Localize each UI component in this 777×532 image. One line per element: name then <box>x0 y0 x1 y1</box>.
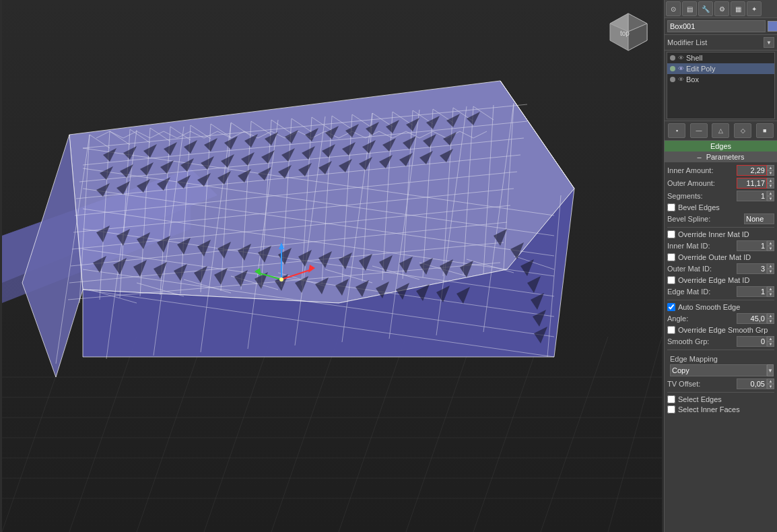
outer-mat-id-input[interactable] <box>737 263 767 274</box>
divider-1 <box>667 227 774 228</box>
edge-mapping-label: Edge Mapping <box>667 353 774 364</box>
modifier-item-shell[interactable]: 👁 Shell <box>667 53 774 63</box>
tv-offset-up[interactable]: ▲ <box>767 378 774 384</box>
modifier-list-label: Modifier List <box>667 38 764 46</box>
toolbar-icon-2[interactable]: ▤ <box>682 1 697 16</box>
outer-amount-row: Outer Amount: ▲ ▼ <box>667 178 774 189</box>
bevel-spline-input[interactable] <box>744 213 774 224</box>
outer-amount-up[interactable]: ▲ <box>767 178 774 183</box>
toolbar-icon-6[interactable]: ✦ <box>747 1 762 16</box>
edge-mapping-arrow[interactable]: ▼ <box>767 364 774 376</box>
angle-down[interactable]: ▼ <box>767 319 774 324</box>
inner-mat-id-row: Inner Mat ID: ▲ ▼ <box>667 240 774 251</box>
angle-input[interactable] <box>737 313 767 324</box>
sub-obj-polygon[interactable]: ◇ <box>734 123 751 138</box>
toolbar-icon-5[interactable]: ▦ <box>731 1 745 16</box>
segments-row: Segments: ▲ ▼ <box>667 191 774 201</box>
inner-amount-arrows: ▲ ▼ <box>767 165 774 176</box>
inner-amount-label: Inner Amount: <box>667 166 737 174</box>
override-inner-mat-label: Override Inner Mat ID <box>678 230 749 238</box>
segments-up[interactable]: ▲ <box>767 191 774 196</box>
divider-2 <box>667 300 774 300</box>
smooth-grp-label: Smooth Grp: <box>667 337 737 345</box>
select-inner-faces-label: Select Inner Faces <box>678 405 740 413</box>
edges-section-header[interactable]: Edges <box>665 141 777 152</box>
outer-amount-arrows: ▲ ▼ <box>767 178 774 189</box>
angle-row: Angle: ▲ ▼ <box>667 313 774 324</box>
modifier-list-dropdown[interactable]: ▼ <box>764 37 774 48</box>
smooth-grp-down[interactable]: ▼ <box>767 341 774 347</box>
edge-mat-id-input[interactable] <box>737 286 767 297</box>
override-edge-mat-checkbox[interactable] <box>667 276 675 284</box>
select-edges-label: Select Edges <box>678 395 722 403</box>
smooth-grp-row: Smooth Grp: ▲ ▼ <box>667 336 774 347</box>
outer-amount-input[interactable] <box>737 178 767 189</box>
bevel-spline-row: Bevel Spline: <box>667 213 774 224</box>
edges-label: Edges <box>710 142 731 150</box>
segments-arrows: ▲ ▼ <box>767 191 774 201</box>
tv-offset-down[interactable]: ▼ <box>767 384 774 389</box>
outer-amount-label: Outer Amount: <box>667 179 737 187</box>
inner-mat-id-arrows: ▲ ▼ <box>767 240 774 251</box>
segments-down[interactable]: ▼ <box>767 196 774 201</box>
modifier-item-editpoly[interactable]: 👁 Edit Poly <box>667 63 774 74</box>
sub-obj-border[interactable]: △ <box>712 123 729 138</box>
inner-mat-id-up[interactable]: ▲ <box>767 240 774 246</box>
auto-smooth-checkbox[interactable] <box>667 303 675 311</box>
angle-label: Angle: <box>667 314 737 323</box>
edge-mat-id-up[interactable]: ▲ <box>767 286 774 292</box>
override-edge-mat-row: Override Edge Mat ID <box>667 276 774 284</box>
select-edges-checkbox[interactable] <box>667 395 675 403</box>
override-edge-smooth-checkbox[interactable] <box>667 326 675 334</box>
outer-amount-down[interactable]: ▼ <box>767 183 774 189</box>
override-outer-mat-label: Override Outer Mat ID <box>678 253 751 261</box>
viewport[interactable]: top <box>0 0 664 532</box>
parameters-label: Parameters <box>706 153 745 161</box>
toolbar-icon-4[interactable]: ⚙ <box>714 1 729 16</box>
eye-icon-3: 👁 <box>678 76 684 83</box>
edge-mat-id-down[interactable]: ▼ <box>767 292 774 297</box>
inner-mat-id-input[interactable] <box>737 240 767 251</box>
override-inner-mat-checkbox[interactable] <box>667 230 675 238</box>
inner-mat-id-down[interactable]: ▼ <box>767 246 774 251</box>
edge-mapping-dropdown-row: ▼ <box>667 364 774 377</box>
sub-obj-vertex[interactable]: ▪ <box>668 123 685 138</box>
bevel-edges-checkbox[interactable] <box>667 203 675 211</box>
override-outer-mat-checkbox[interactable] <box>667 253 675 261</box>
outer-mat-id-down[interactable]: ▼ <box>767 269 774 274</box>
inner-amount-input[interactable] <box>737 165 767 176</box>
inner-amount-spinbox: ▲ ▼ <box>737 165 774 176</box>
tv-offset-input[interactable] <box>737 378 767 389</box>
inner-amount-down[interactable]: ▼ <box>767 170 774 176</box>
angle-arrows: ▲ ▼ <box>767 313 774 324</box>
modifier-item-box[interactable]: 👁 Box <box>667 74 774 85</box>
override-edge-smooth-row: Override Edge Smooth Grp <box>667 326 774 334</box>
smooth-grp-input[interactable] <box>737 336 767 347</box>
smooth-grp-up[interactable]: ▲ <box>767 336 774 341</box>
outer-mat-id-spinbox: ▲ ▼ <box>737 263 774 274</box>
smooth-grp-spinbox: ▲ ▼ <box>737 336 774 347</box>
right-panel: ⊙ ▤ 🔧 ⚙ ▦ ✦ Modifier List ▼ 👁 Shell 👁 Ed… <box>664 0 777 532</box>
object-color-swatch[interactable] <box>768 21 777 32</box>
override-outer-mat-row: Override Outer Mat ID <box>667 253 774 261</box>
sub-obj-element[interactable]: ■ <box>756 123 774 138</box>
sub-obj-edge[interactable]: — <box>690 123 708 138</box>
modifier-list-row: Modifier List ▼ <box>665 35 777 51</box>
select-edges-row: Select Edges <box>667 395 774 403</box>
outer-amount-spinbox: ▲ ▼ <box>737 178 774 189</box>
toolbar-icon-1[interactable]: ⊙ <box>666 1 681 16</box>
select-inner-faces-checkbox[interactable] <box>667 405 675 413</box>
segments-input[interactable] <box>737 191 767 201</box>
modifier-name-box: Box <box>686 75 699 84</box>
toolbar-icon-3[interactable]: 🔧 <box>698 1 713 16</box>
override-edge-mat-label: Override Edge Mat ID <box>678 276 749 284</box>
inner-amount-up[interactable]: ▲ <box>767 165 774 170</box>
outer-mat-id-arrows: ▲ ▼ <box>767 263 774 274</box>
outer-mat-id-up[interactable]: ▲ <box>767 263 774 269</box>
divider-3 <box>667 350 774 350</box>
object-name-row <box>665 18 777 35</box>
object-name-input[interactable] <box>667 20 766 32</box>
edge-mapping-input[interactable] <box>670 364 767 376</box>
angle-up[interactable]: ▲ <box>767 313 774 319</box>
parameters-section-header[interactable]: – Parameters <box>665 152 777 162</box>
